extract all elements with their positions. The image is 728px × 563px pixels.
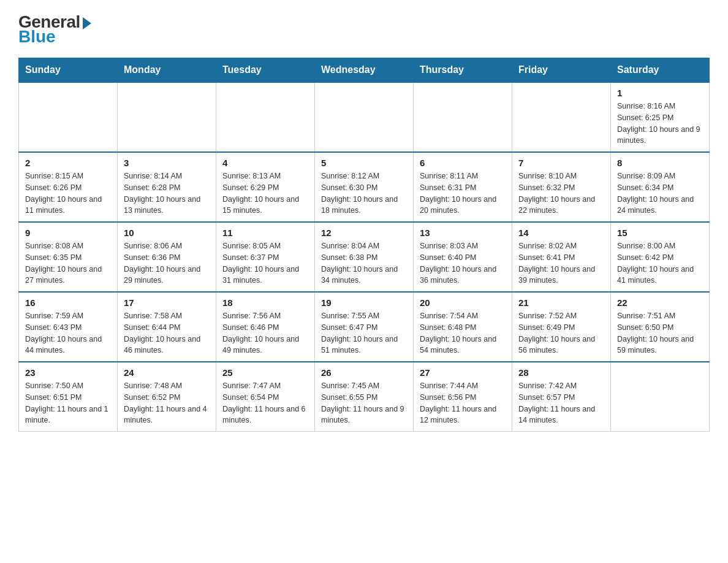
calendar-day-cell: 8Sunrise: 8:09 AM Sunset: 6:34 PM Daylig… <box>611 152 710 222</box>
day-number: 21 <box>518 297 604 308</box>
calendar-week-row: 2Sunrise: 8:15 AM Sunset: 6:26 PM Daylig… <box>19 152 710 222</box>
day-info: Sunrise: 7:45 AM Sunset: 6:55 PM Dayligh… <box>321 380 407 426</box>
calendar-day-cell: 11Sunrise: 8:05 AM Sunset: 6:37 PM Dayli… <box>216 222 315 292</box>
day-info: Sunrise: 8:04 AM Sunset: 6:38 PM Dayligh… <box>321 240 407 286</box>
logo: General Blue <box>18 12 91 47</box>
calendar-week-row: 1Sunrise: 8:16 AM Sunset: 6:25 PM Daylig… <box>19 82 710 152</box>
day-number: 15 <box>617 228 703 238</box>
day-info: Sunrise: 8:10 AM Sunset: 6:32 PM Dayligh… <box>518 170 604 216</box>
day-info: Sunrise: 8:12 AM Sunset: 6:30 PM Dayligh… <box>321 170 407 216</box>
day-info: Sunrise: 8:08 AM Sunset: 6:35 PM Dayligh… <box>25 240 111 286</box>
calendar-day-cell: 3Sunrise: 8:14 AM Sunset: 6:28 PM Daylig… <box>118 152 216 222</box>
calendar-header-row: SundayMondayTuesdayWednesdayThursdayFrid… <box>19 58 710 83</box>
day-number: 7 <box>518 158 604 168</box>
calendar-day-cell: 22Sunrise: 7:51 AM Sunset: 6:50 PM Dayli… <box>611 292 710 362</box>
day-info: Sunrise: 7:51 AM Sunset: 6:50 PM Dayligh… <box>617 310 703 356</box>
day-info: Sunrise: 8:00 AM Sunset: 6:42 PM Dayligh… <box>617 240 703 286</box>
calendar-day-cell: 2Sunrise: 8:15 AM Sunset: 6:26 PM Daylig… <box>19 152 118 222</box>
calendar-day-cell: 19Sunrise: 7:55 AM Sunset: 6:47 PM Dayli… <box>315 292 414 362</box>
day-number: 4 <box>222 158 308 168</box>
calendar-day-cell: 5Sunrise: 8:12 AM Sunset: 6:30 PM Daylig… <box>315 152 414 222</box>
day-info: Sunrise: 8:09 AM Sunset: 6:34 PM Dayligh… <box>617 170 703 216</box>
day-number: 28 <box>518 367 604 378</box>
day-info: Sunrise: 7:54 AM Sunset: 6:48 PM Dayligh… <box>420 310 506 356</box>
calendar-day-header: Friday <box>512 58 611 83</box>
day-info: Sunrise: 7:47 AM Sunset: 6:54 PM Dayligh… <box>222 380 308 426</box>
day-number: 12 <box>321 228 407 238</box>
day-number: 25 <box>222 367 308 378</box>
calendar-day-cell <box>315 82 414 152</box>
calendar-day-cell: 27Sunrise: 7:44 AM Sunset: 6:56 PM Dayli… <box>414 362 512 432</box>
calendar-day-cell <box>19 82 118 152</box>
day-number: 26 <box>321 367 407 378</box>
day-number: 6 <box>420 158 506 168</box>
calendar-day-cell: 1Sunrise: 8:16 AM Sunset: 6:25 PM Daylig… <box>611 82 710 152</box>
calendar-day-cell: 15Sunrise: 8:00 AM Sunset: 6:42 PM Dayli… <box>611 222 710 292</box>
calendar-day-header: Saturday <box>611 58 710 83</box>
calendar-week-row: 23Sunrise: 7:50 AM Sunset: 6:51 PM Dayli… <box>19 362 710 432</box>
calendar-day-cell: 10Sunrise: 8:06 AM Sunset: 6:36 PM Dayli… <box>118 222 216 292</box>
calendar-day-cell: 26Sunrise: 7:45 AM Sunset: 6:55 PM Dayli… <box>315 362 414 432</box>
calendar-day-cell: 18Sunrise: 7:56 AM Sunset: 6:46 PM Dayli… <box>216 292 315 362</box>
day-number: 24 <box>124 367 210 378</box>
calendar-day-header: Monday <box>118 58 216 83</box>
day-info: Sunrise: 7:56 AM Sunset: 6:46 PM Dayligh… <box>222 310 308 356</box>
day-info: Sunrise: 8:06 AM Sunset: 6:36 PM Dayligh… <box>124 240 210 286</box>
day-info: Sunrise: 7:50 AM Sunset: 6:51 PM Dayligh… <box>25 380 111 426</box>
day-info: Sunrise: 7:48 AM Sunset: 6:52 PM Dayligh… <box>124 380 210 426</box>
day-number: 3 <box>124 158 210 168</box>
day-number: 23 <box>25 367 111 378</box>
day-number: 20 <box>420 297 506 308</box>
calendar-day-cell: 13Sunrise: 8:03 AM Sunset: 6:40 PM Dayli… <box>414 222 512 292</box>
calendar-day-cell: 7Sunrise: 8:10 AM Sunset: 6:32 PM Daylig… <box>512 152 611 222</box>
day-number: 17 <box>124 297 210 308</box>
day-number: 16 <box>25 297 111 308</box>
calendar-day-cell: 9Sunrise: 8:08 AM Sunset: 6:35 PM Daylig… <box>19 222 118 292</box>
day-number: 5 <box>321 158 407 168</box>
day-info: Sunrise: 7:58 AM Sunset: 6:44 PM Dayligh… <box>124 310 210 356</box>
day-info: Sunrise: 7:52 AM Sunset: 6:49 PM Dayligh… <box>518 310 604 356</box>
calendar-day-cell <box>118 82 216 152</box>
calendar-table: SundayMondayTuesdayWednesdayThursdayFrid… <box>18 58 710 432</box>
calendar-day-cell: 12Sunrise: 8:04 AM Sunset: 6:38 PM Dayli… <box>315 222 414 292</box>
logo-arrow-icon <box>83 17 91 29</box>
calendar-day-cell <box>611 362 710 432</box>
calendar-day-cell: 14Sunrise: 8:02 AM Sunset: 6:41 PM Dayli… <box>512 222 611 292</box>
day-number: 27 <box>420 367 506 378</box>
day-number: 22 <box>617 297 703 308</box>
day-info: Sunrise: 7:59 AM Sunset: 6:43 PM Dayligh… <box>25 310 111 356</box>
logo-blue-text: Blue <box>18 27 56 47</box>
calendar-week-row: 16Sunrise: 7:59 AM Sunset: 6:43 PM Dayli… <box>19 292 710 362</box>
calendar-day-cell <box>414 82 512 152</box>
calendar-day-header: Wednesday <box>315 58 414 83</box>
calendar-day-cell: 6Sunrise: 8:11 AM Sunset: 6:31 PM Daylig… <box>414 152 512 222</box>
day-number: 9 <box>25 228 111 238</box>
day-number: 14 <box>518 228 604 238</box>
day-number: 13 <box>420 228 506 238</box>
page-header: General Blue <box>18 12 710 47</box>
day-info: Sunrise: 7:44 AM Sunset: 6:56 PM Dayligh… <box>420 380 506 426</box>
calendar-day-cell: 20Sunrise: 7:54 AM Sunset: 6:48 PM Dayli… <box>414 292 512 362</box>
calendar-day-cell <box>216 82 315 152</box>
calendar-day-header: Tuesday <box>216 58 315 83</box>
day-number: 1 <box>617 88 703 98</box>
calendar-week-row: 9Sunrise: 8:08 AM Sunset: 6:35 PM Daylig… <box>19 222 710 292</box>
day-number: 8 <box>617 158 703 168</box>
calendar-day-cell: 23Sunrise: 7:50 AM Sunset: 6:51 PM Dayli… <box>19 362 118 432</box>
day-info: Sunrise: 8:02 AM Sunset: 6:41 PM Dayligh… <box>518 240 604 286</box>
day-number: 11 <box>222 228 308 238</box>
day-info: Sunrise: 7:55 AM Sunset: 6:47 PM Dayligh… <box>321 310 407 356</box>
calendar-day-cell: 21Sunrise: 7:52 AM Sunset: 6:49 PM Dayli… <box>512 292 611 362</box>
calendar-day-header: Thursday <box>414 58 512 83</box>
day-number: 10 <box>124 228 210 238</box>
day-number: 2 <box>25 158 111 168</box>
calendar-day-cell: 28Sunrise: 7:42 AM Sunset: 6:57 PM Dayli… <box>512 362 611 432</box>
day-info: Sunrise: 8:16 AM Sunset: 6:25 PM Dayligh… <box>617 101 703 147</box>
calendar-day-header: Sunday <box>19 58 118 83</box>
calendar-day-cell <box>512 82 611 152</box>
calendar-day-cell: 25Sunrise: 7:47 AM Sunset: 6:54 PM Dayli… <box>216 362 315 432</box>
day-info: Sunrise: 8:14 AM Sunset: 6:28 PM Dayligh… <box>124 170 210 216</box>
day-info: Sunrise: 7:42 AM Sunset: 6:57 PM Dayligh… <box>518 380 604 426</box>
day-info: Sunrise: 8:15 AM Sunset: 6:26 PM Dayligh… <box>25 170 111 216</box>
day-info: Sunrise: 8:03 AM Sunset: 6:40 PM Dayligh… <box>420 240 506 286</box>
